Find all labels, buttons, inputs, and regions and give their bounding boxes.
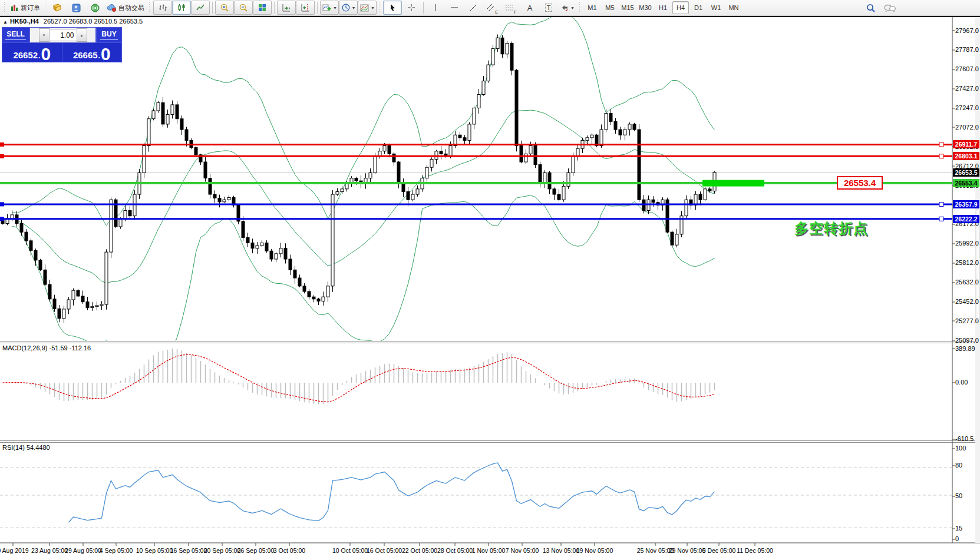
template-icon xyxy=(360,4,369,12)
chat-button[interactable] xyxy=(880,1,899,15)
cursor-button[interactable] xyxy=(383,1,402,15)
sell-price-point: . xyxy=(38,50,40,62)
crosshair-button[interactable] xyxy=(402,1,421,15)
toolbar-separator xyxy=(212,2,213,14)
sell-price[interactable]: 26652.0 xyxy=(2,43,62,62)
toolbar-separator xyxy=(317,2,318,14)
zoom-in-icon xyxy=(220,4,229,12)
candles-layer xyxy=(1,35,716,323)
trendline-button[interactable] xyxy=(464,1,483,15)
toolbar-separator xyxy=(45,2,45,14)
price-annotation-box[interactable]: 26553.4 xyxy=(837,176,883,190)
macd-signal-line xyxy=(3,354,715,402)
one-click-trading-panel: SELL ▼ 1.00 ▲ BUY 26652.0 26665.0 xyxy=(2,27,122,62)
tile-windows-button[interactable] xyxy=(253,1,272,15)
search-button[interactable] xyxy=(862,1,880,15)
candlestick-chart-icon xyxy=(177,4,186,12)
timeframe-button-M30[interactable]: M30 xyxy=(637,1,654,14)
chart-canvas[interactable] xyxy=(0,0,980,557)
dropdown-caret-icon: ▾ xyxy=(352,5,355,11)
toolbar-grip xyxy=(579,2,582,13)
gold-book-icon xyxy=(52,4,62,12)
arrows-button[interactable]: ▾ xyxy=(558,1,577,15)
spin-up-icon: ▲ xyxy=(80,34,84,37)
arrow-objects-icon xyxy=(561,4,569,12)
bar-chart-button[interactable] xyxy=(153,1,172,15)
fibonacci-glyph: F xyxy=(514,10,516,14)
chat-bubbles-icon xyxy=(884,4,896,13)
channel-button[interactable]: E xyxy=(483,1,501,15)
toolbar: 新订单 自动交易 xyxy=(0,0,980,16)
templates-button[interactable]: ▾ xyxy=(358,1,377,15)
dropdown-caret-icon: ▾ xyxy=(334,5,336,11)
sell-price-fraction: 0 xyxy=(41,47,51,62)
text-label-button[interactable]: T xyxy=(539,1,558,15)
chart-chrome xyxy=(0,17,980,546)
candlestick-chart-button[interactable] xyxy=(172,1,191,15)
timeframe-group: M1M5M15M30H1H4D1W1MN xyxy=(583,1,743,14)
vertical-line-button[interactable] xyxy=(426,1,445,15)
signal-antenna-icon xyxy=(91,4,100,12)
volume-increase-button[interactable]: ▲ xyxy=(77,28,87,42)
fibonacci-icon xyxy=(505,4,513,12)
crosshair-icon xyxy=(407,4,415,12)
tile-windows-icon xyxy=(258,4,266,12)
buy-price-point: . xyxy=(98,50,100,62)
vertical-line-icon xyxy=(433,4,438,12)
horizontal-line-button[interactable] xyxy=(445,1,464,15)
timeframe-button-W1[interactable]: W1 xyxy=(708,1,724,14)
turning-point-annotation[interactable]: 多空转折点 xyxy=(794,219,868,238)
rsi-line xyxy=(69,463,715,522)
timeframe-button-M1[interactable]: M1 xyxy=(584,1,600,14)
timeframe-button-MN[interactable]: MN xyxy=(725,1,742,14)
bar-chart-icon xyxy=(159,4,167,12)
indicators-button[interactable]: ▾ xyxy=(320,1,339,15)
chart-shift-button[interactable] xyxy=(296,1,315,15)
macd-histogram xyxy=(3,349,715,405)
new-order-label: 新订单 xyxy=(21,4,40,12)
profile-card-icon xyxy=(72,4,81,12)
clock-icon xyxy=(342,4,350,12)
line-chart-icon xyxy=(196,4,204,12)
cloud-icon xyxy=(107,4,117,12)
text-label-glyph: T xyxy=(545,4,553,12)
sell-price-main: 26652 xyxy=(13,49,38,62)
fibonacci-button[interactable]: F xyxy=(501,1,520,15)
toolbar-separator xyxy=(274,2,275,14)
toolbar-separator xyxy=(423,2,424,14)
buy-price-main: 26665 xyxy=(73,49,98,62)
chart-window-border xyxy=(0,16,980,17)
data-window-button[interactable] xyxy=(67,1,85,15)
buy-price-fraction: 0 xyxy=(101,47,111,62)
timeframe-button-M5[interactable]: M5 xyxy=(602,1,618,14)
timeframe-button-H4[interactable]: H4 xyxy=(672,1,689,14)
timeframe-button-M15[interactable]: M15 xyxy=(619,1,636,14)
chart-shift-icon xyxy=(301,4,309,12)
zoom-in-button[interactable] xyxy=(215,1,234,15)
line-chart-button[interactable] xyxy=(191,1,210,15)
highlight-zone-rect[interactable] xyxy=(702,180,764,187)
volume-input[interactable]: 1.00 xyxy=(50,29,77,41)
auto-scroll-icon xyxy=(282,4,291,12)
auto-scroll-button[interactable] xyxy=(277,1,296,15)
text-button[interactable]: A xyxy=(520,1,539,15)
periods-button[interactable]: ▾ xyxy=(339,1,358,15)
equidistant-channel-icon xyxy=(486,4,494,12)
auto-trading-button[interactable]: 自动交易 xyxy=(104,1,147,15)
toolbar-grip xyxy=(378,2,381,13)
buy-price[interactable]: 26665.0 xyxy=(62,43,122,62)
new-order-icon xyxy=(11,4,19,12)
add-indicator-icon xyxy=(322,4,331,12)
scrollbar-thumb[interactable] xyxy=(976,210,979,321)
auto-trading-label: 自动交易 xyxy=(118,4,144,12)
signals-button[interactable] xyxy=(85,1,104,15)
timeframe-button-H1[interactable]: H1 xyxy=(655,1,671,14)
volume-decrease-button[interactable]: ▼ xyxy=(39,28,50,42)
zoom-out-button[interactable] xyxy=(234,1,253,15)
sell-button[interactable]: SELL xyxy=(2,28,29,42)
market-watch-button[interactable] xyxy=(48,1,67,15)
text-tool-glyph: A xyxy=(527,4,533,12)
new-order-button[interactable]: 新订单 xyxy=(8,1,42,15)
timeframe-button-D1[interactable]: D1 xyxy=(690,1,707,14)
buy-button[interactable]: BUY xyxy=(96,28,121,42)
